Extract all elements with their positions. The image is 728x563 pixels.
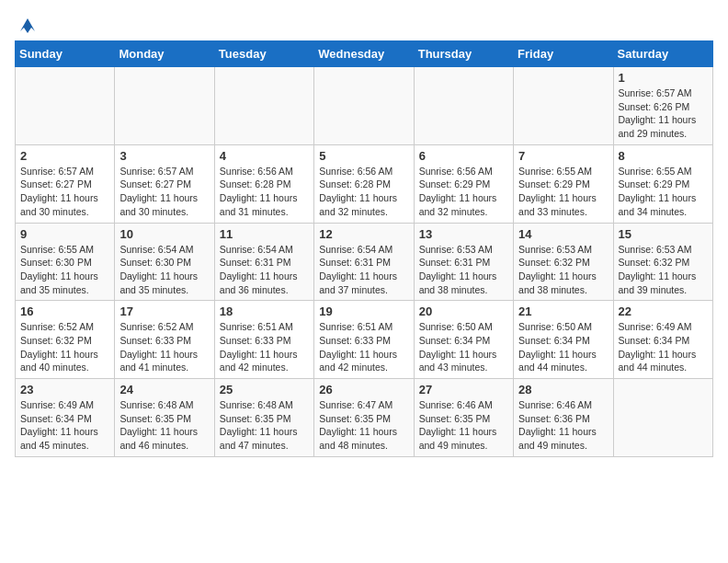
day-info: Sunrise: 6:54 AM Sunset: 6:31 PM Dayligh… [220,243,309,297]
day-number: 15 [619,227,708,241]
day-info: Sunrise: 6:52 AM Sunset: 6:33 PM Dayligh… [119,320,209,374]
calendar-week-2: 2Sunrise: 6:57 AM Sunset: 6:27 PM Daylig… [16,144,713,223]
calendar-cell: 5Sunrise: 6:56 AM Sunset: 6:28 PM Daylig… [314,144,414,223]
calendar-cell: 7Sunrise: 6:55 AM Sunset: 6:29 PM Daylig… [514,144,613,223]
weekday-header-tuesday: Tuesday [214,41,313,67]
calendar-cell: 22Sunrise: 6:49 AM Sunset: 6:34 PM Dayli… [613,301,712,379]
weekday-header-thursday: Thursday [414,41,513,67]
day-number: 16 [20,304,109,318]
day-info: Sunrise: 6:50 AM Sunset: 6:34 PM Dayligh… [419,320,508,374]
weekday-header-monday: Monday [115,41,214,67]
day-info: Sunrise: 6:57 AM Sunset: 6:27 PM Dayligh… [20,165,109,219]
day-info: Sunrise: 6:55 AM Sunset: 6:29 PM Dayligh… [619,165,708,219]
day-number: 2 [20,149,109,163]
day-info: Sunrise: 6:57 AM Sunset: 6:27 PM Dayligh… [119,165,209,219]
calendar-week-5: 23Sunrise: 6:49 AM Sunset: 6:34 PM Dayli… [16,379,713,457]
day-number: 28 [518,383,608,396]
day-number: 24 [119,383,209,396]
day-info: Sunrise: 6:50 AM Sunset: 6:34 PM Dayligh… [518,320,608,374]
calendar-week-1: 1Sunrise: 6:57 AM Sunset: 6:26 PM Daylig… [16,67,713,145]
day-info: Sunrise: 6:56 AM Sunset: 6:29 PM Dayligh… [419,165,508,219]
calendar-cell: 15Sunrise: 6:53 AM Sunset: 6:32 PM Dayli… [613,223,712,301]
day-number: 4 [220,149,309,163]
calendar-cell [115,67,214,145]
day-number: 8 [619,149,708,163]
calendar-cell [613,379,712,457]
weekday-header-sunday: Sunday [16,41,115,67]
day-info: Sunrise: 6:51 AM Sunset: 6:33 PM Dayligh… [319,320,408,374]
calendar-week-4: 16Sunrise: 6:52 AM Sunset: 6:32 PM Dayli… [16,301,713,379]
day-number: 17 [119,304,209,318]
logo [15,15,39,33]
day-info: Sunrise: 6:51 AM Sunset: 6:33 PM Dayligh… [220,320,309,374]
logo-icon [17,15,39,37]
day-number: 13 [419,227,508,241]
day-number: 19 [319,304,408,318]
calendar-cell [514,67,613,145]
calendar-cell [414,67,513,145]
calendar-cell: 17Sunrise: 6:52 AM Sunset: 6:33 PM Dayli… [115,301,214,379]
calendar-cell: 9Sunrise: 6:55 AM Sunset: 6:30 PM Daylig… [16,223,115,301]
day-number: 27 [419,383,508,396]
day-number: 12 [319,227,408,241]
day-number: 9 [20,227,109,241]
day-info: Sunrise: 6:47 AM Sunset: 6:35 PM Dayligh… [319,398,408,453]
calendar-cell: 1Sunrise: 6:57 AM Sunset: 6:26 PM Daylig… [613,67,712,145]
day-info: Sunrise: 6:55 AM Sunset: 6:29 PM Dayligh… [518,165,608,219]
day-number: 26 [319,383,408,396]
day-number: 20 [419,304,508,318]
calendar-week-3: 9Sunrise: 6:55 AM Sunset: 6:30 PM Daylig… [16,223,713,301]
calendar-cell: 8Sunrise: 6:55 AM Sunset: 6:29 PM Daylig… [613,144,712,223]
weekday-header-wednesday: Wednesday [314,41,414,67]
day-number: 14 [518,227,608,241]
calendar-cell: 27Sunrise: 6:46 AM Sunset: 6:35 PM Dayli… [414,379,513,457]
calendar-cell: 2Sunrise: 6:57 AM Sunset: 6:27 PM Daylig… [16,144,115,223]
weekday-header-friday: Friday [514,41,613,67]
calendar-cell: 16Sunrise: 6:52 AM Sunset: 6:32 PM Dayli… [16,301,115,379]
day-number: 5 [319,149,408,163]
day-info: Sunrise: 6:56 AM Sunset: 6:28 PM Dayligh… [319,165,408,219]
day-number: 22 [619,304,708,318]
calendar-cell: 28Sunrise: 6:46 AM Sunset: 6:36 PM Dayli… [514,379,613,457]
day-info: Sunrise: 6:48 AM Sunset: 6:35 PM Dayligh… [119,398,209,453]
weekday-header-row: SundayMondayTuesdayWednesdayThursdayFrid… [16,41,713,67]
calendar-cell: 3Sunrise: 6:57 AM Sunset: 6:27 PM Daylig… [115,144,214,223]
day-number: 1 [619,71,708,85]
calendar-cell: 26Sunrise: 6:47 AM Sunset: 6:35 PM Dayli… [314,379,414,457]
calendar-cell [16,67,115,145]
day-info: Sunrise: 6:46 AM Sunset: 6:36 PM Dayligh… [518,398,608,453]
calendar-cell: 18Sunrise: 6:51 AM Sunset: 6:33 PM Dayli… [214,301,313,379]
day-number: 11 [220,227,309,241]
day-info: Sunrise: 6:48 AM Sunset: 6:35 PM Dayligh… [220,398,309,453]
calendar-cell [314,67,414,145]
calendar-cell: 19Sunrise: 6:51 AM Sunset: 6:33 PM Dayli… [314,301,414,379]
day-info: Sunrise: 6:49 AM Sunset: 6:34 PM Dayligh… [20,398,109,453]
day-number: 10 [119,227,209,241]
day-info: Sunrise: 6:49 AM Sunset: 6:34 PM Dayligh… [619,320,708,374]
calendar-cell: 10Sunrise: 6:54 AM Sunset: 6:30 PM Dayli… [115,223,214,301]
calendar-cell: 13Sunrise: 6:53 AM Sunset: 6:31 PM Dayli… [414,223,513,301]
calendar-cell: 11Sunrise: 6:54 AM Sunset: 6:31 PM Dayli… [214,223,313,301]
calendar-table: SundayMondayTuesdayWednesdayThursdayFrid… [15,40,713,457]
day-info: Sunrise: 6:57 AM Sunset: 6:26 PM Dayligh… [619,86,708,141]
weekday-header-saturday: Saturday [613,41,712,67]
calendar-cell: 20Sunrise: 6:50 AM Sunset: 6:34 PM Dayli… [414,301,513,379]
day-number: 23 [20,383,109,396]
calendar-cell: 21Sunrise: 6:50 AM Sunset: 6:34 PM Dayli… [514,301,613,379]
calendar-cell: 14Sunrise: 6:53 AM Sunset: 6:32 PM Dayli… [514,223,613,301]
day-number: 3 [119,149,209,163]
calendar-cell: 25Sunrise: 6:48 AM Sunset: 6:35 PM Dayli… [214,379,313,457]
svg-marker-0 [20,18,35,33]
day-info: Sunrise: 6:53 AM Sunset: 6:32 PM Dayligh… [518,243,608,297]
day-number: 18 [220,304,309,318]
calendar-cell: 6Sunrise: 6:56 AM Sunset: 6:29 PM Daylig… [414,144,513,223]
calendar-cell: 4Sunrise: 6:56 AM Sunset: 6:28 PM Daylig… [214,144,313,223]
calendar-cell: 12Sunrise: 6:54 AM Sunset: 6:31 PM Dayli… [314,223,414,301]
day-number: 21 [518,304,608,318]
day-number: 6 [419,149,508,163]
day-info: Sunrise: 6:54 AM Sunset: 6:31 PM Dayligh… [319,243,408,297]
page-header [15,15,713,33]
day-info: Sunrise: 6:46 AM Sunset: 6:35 PM Dayligh… [419,398,508,453]
calendar-cell: 23Sunrise: 6:49 AM Sunset: 6:34 PM Dayli… [16,379,115,457]
day-info: Sunrise: 6:54 AM Sunset: 6:30 PM Dayligh… [119,243,209,297]
